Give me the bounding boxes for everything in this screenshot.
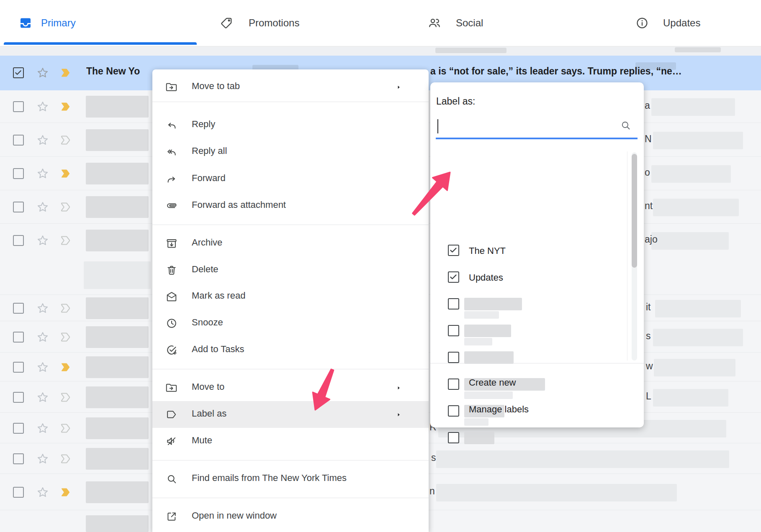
importance-outline-icon: [60, 201, 72, 213]
menu-item-label: Forward: [192, 173, 226, 184]
star-icon[interactable]: [36, 234, 49, 247]
tab-label: Social: [456, 16, 483, 30]
email-checkbox[interactable]: [13, 332, 24, 343]
label-checkbox[interactable]: [448, 352, 459, 363]
menu-item-label-as[interactable]: Label as: [152, 401, 429, 428]
envelope-open-icon: [166, 291, 177, 302]
importance-marker-icon[interactable]: [60, 361, 72, 373]
menu-item-move-to-tab[interactable]: Move to tab: [152, 74, 429, 100]
star-icon[interactable]: [36, 391, 49, 404]
email-checkbox[interactable]: [13, 235, 24, 246]
create-new-label-button[interactable]: Create new: [430, 371, 644, 395]
blurred-snippet: [651, 232, 729, 250]
email-checkbox[interactable]: [13, 303, 24, 314]
menu-item-mark-as-read[interactable]: Mark as read: [152, 283, 429, 310]
blurred-sender: [86, 297, 149, 319]
menu-item-add-to-tasks[interactable]: Add to Tasks: [152, 337, 429, 363]
manage-labels-button[interactable]: Manage labels: [430, 398, 644, 422]
label-checkbox[interactable]: [448, 271, 459, 283]
menu-item-move-to[interactable]: Move to: [152, 374, 429, 401]
menu-item-open-in-new-window[interactable]: Open in new window: [152, 503, 429, 530]
label-checkbox[interactable]: [448, 432, 459, 443]
email-checkbox[interactable]: [13, 392, 24, 403]
subject-fragment: n: [429, 486, 435, 497]
label-as-submenu: Label as: The NYTUpdates Create new Mana…: [430, 82, 644, 427]
star-icon[interactable]: [36, 361, 49, 374]
email-checkbox[interactable]: [13, 487, 24, 498]
blurred-sender: [86, 356, 149, 378]
importance-marker-icon[interactable]: [60, 453, 72, 465]
label-checkbox[interactable]: [448, 245, 459, 256]
star-icon[interactable]: [36, 200, 49, 214]
importance-marker-icon[interactable]: [60, 201, 72, 213]
importance-marker-icon[interactable]: [60, 101, 72, 113]
email-checkbox[interactable]: [13, 202, 24, 212]
importance-marker-icon[interactable]: [60, 391, 72, 403]
tab-primary[interactable]: Primary: [4, 0, 197, 46]
tab-promotions[interactable]: Promotions: [197, 0, 393, 46]
email-checkbox[interactable]: [13, 135, 24, 146]
tab-updates[interactable]: Updates: [590, 0, 761, 46]
reply-icon: [166, 119, 177, 131]
menu-item-forward[interactable]: Forward: [152, 166, 429, 192]
importance-marker-icon[interactable]: [60, 235, 72, 246]
importance-icon: [60, 361, 72, 373]
email-checkbox[interactable]: [13, 101, 24, 112]
email-checkbox[interactable]: [13, 423, 24, 434]
star-icon[interactable]: [36, 452, 49, 466]
clock-icon: [166, 317, 177, 329]
importance-marker-icon[interactable]: [60, 486, 72, 498]
chevron-right-icon: [396, 84, 402, 90]
star-icon[interactable]: [36, 422, 49, 435]
star-icon: [36, 422, 49, 435]
menu-item-snooze[interactable]: Snooze: [152, 310, 429, 337]
create-new-label-text: Create new: [469, 377, 516, 388]
subject-fragment: a: [645, 100, 650, 111]
importance-marker-icon[interactable]: [60, 168, 72, 179]
star-icon[interactable]: [36, 133, 49, 147]
label-checkbox[interactable]: [448, 298, 459, 309]
clock-icon: [166, 317, 177, 329]
star-icon: [36, 361, 49, 374]
gmail-screen: The New Yo a is “not for sale,” its lead…: [0, 0, 761, 532]
importance-marker-icon[interactable]: [60, 422, 72, 434]
email-checkbox[interactable]: [13, 67, 24, 78]
folder-move-icon: [166, 382, 177, 394]
menu-item-label: Add to Tasks: [192, 344, 244, 355]
tab-social[interactable]: Social: [393, 0, 590, 46]
importance-marker-icon[interactable]: [60, 331, 72, 343]
email-checkbox[interactable]: [13, 362, 24, 373]
email-checkbox[interactable]: [13, 453, 24, 464]
importance-marker-icon[interactable]: [60, 302, 72, 314]
blurred-snippet: [436, 484, 677, 501]
menu-item-reply[interactable]: Reply: [152, 112, 429, 138]
star-icon[interactable]: [36, 486, 49, 499]
star-icon[interactable]: [36, 330, 49, 344]
label-checkbox[interactable]: [448, 325, 459, 336]
star-icon[interactable]: [36, 167, 49, 180]
label-search-input[interactable]: [436, 116, 638, 138]
menu-item-delete[interactable]: Delete: [152, 257, 429, 284]
label-name: The NYT: [469, 245, 506, 257]
importance-marker-icon[interactable]: [60, 67, 72, 79]
star-icon: [36, 100, 49, 113]
star-icon[interactable]: [36, 66, 49, 79]
email-checkbox[interactable]: [13, 168, 24, 179]
menu-item-reply-all[interactable]: Reply all: [152, 138, 429, 165]
blurred-sender: [86, 386, 149, 408]
blurred-snippet: [436, 450, 729, 468]
subject-fragment: w: [646, 361, 653, 372]
menu-item-mute[interactable]: Mute: [152, 428, 429, 455]
star-icon[interactable]: [36, 100, 49, 113]
inbox-icon: [19, 16, 32, 30]
label-list-scrollbar[interactable]: [632, 152, 637, 361]
importance-outline-icon: [60, 453, 72, 465]
importance-marker-icon[interactable]: [60, 134, 72, 146]
star-icon[interactable]: [36, 302, 49, 315]
menu-item-find-emails-from-the-new-york-times[interactable]: Find emails from The New York Times: [152, 466, 429, 492]
menu-item-archive[interactable]: Archive: [152, 230, 429, 257]
info-icon: [635, 16, 649, 30]
menu-item-forward-as-attachment[interactable]: Forward as attachment: [152, 192, 429, 219]
scrollbar-thumb[interactable]: [632, 154, 637, 268]
blurred-sender: [86, 129, 149, 151]
